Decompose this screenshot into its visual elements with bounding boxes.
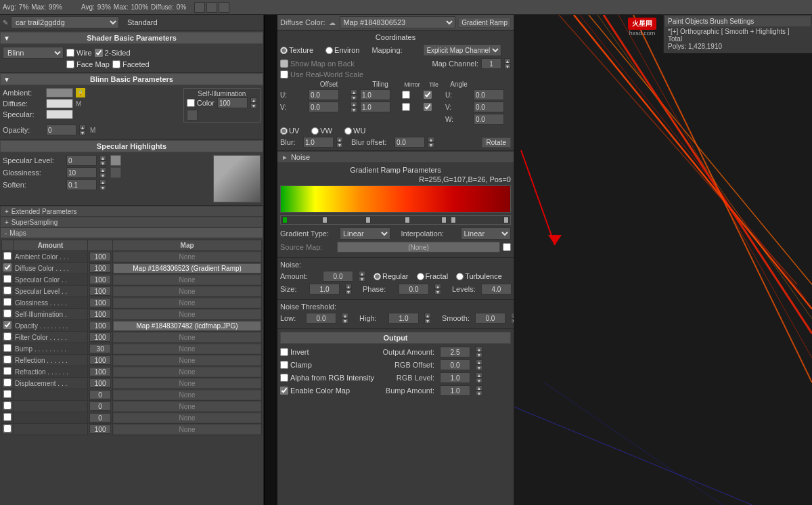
angle-v-input[interactable] [474,102,504,112]
map-btn-7[interactable]: None [113,332,261,343]
regular-radio[interactable] [374,273,381,280]
bump-amount-input[interactable] [440,385,470,396]
stop-4[interactable] [441,217,447,223]
wu-radio-label[interactable]: WU [344,127,365,135]
opacity-down[interactable]: ▼ [79,130,86,135]
enable-colormap-checkbox[interactable] [280,387,288,395]
realworld-checkbox-label[interactable]: Use Real-World Scale [280,70,363,79]
angle-u-input[interactable] [474,89,504,100]
map-amount-7[interactable] [89,332,111,342]
map-check-9[interactable] [3,355,12,364]
map-check-11[interactable] [3,378,12,387]
map-check-13[interactable] [3,401,12,410]
map-check-15[interactable] [3,424,12,433]
clamp-checkbox-label[interactable]: Clamp [280,361,375,369]
color-checkbox[interactable] [187,99,195,107]
blinn-basic-header[interactable]: ▼ Blinn Basic Parameters [0,73,263,85]
tile-v-checkbox[interactable] [424,103,432,111]
map-amount-6[interactable] [89,321,111,330]
opacity-up[interactable]: ▲ [79,125,86,130]
offset-v-input[interactable] [309,102,339,112]
facemap-checkbox-label[interactable]: Face Map [66,60,110,68]
map-amount-9[interactable] [89,355,111,365]
rotate-btn[interactable]: Rotate [482,137,511,148]
tiling-v-input[interactable] [360,102,390,112]
shader-type-dropdown[interactable]: Blinn [3,47,64,59]
angle-w-input[interactable] [474,114,504,125]
environ-radio[interactable] [325,47,333,54]
map-check-1[interactable] [3,263,12,271]
map-amount-5[interactable] [89,309,111,319]
gradient-type-dropdown[interactable]: Linear [340,227,390,240]
map-check-4[interactable] [3,298,12,306]
diffuse-swatch[interactable] [46,99,73,108]
soften-value[interactable] [66,179,97,190]
noise-amount-input[interactable] [323,271,353,282]
twosided-checkbox-label[interactable]: 2-Sided [95,49,131,57]
show-map-checkbox-label[interactable]: Show Map on Back [280,60,355,68]
noise-phase-input[interactable] [399,284,429,294]
stop-end[interactable] [503,217,509,223]
fractal-radio-label[interactable]: Fractal [417,272,449,280]
map-channel-input[interactable] [481,58,501,69]
map-btn-12[interactable]: None [113,390,261,400]
mirror-v-checkbox[interactable] [402,103,410,111]
color-checkbox-label[interactable]: Color [187,99,215,107]
output-header[interactable]: Output [280,332,511,344]
wu-radio[interactable] [344,127,352,135]
scroll-bar[interactable] [264,15,277,505]
map-btn-13[interactable]: None [113,401,261,412]
show-map-checkbox[interactable] [280,60,288,68]
spec-level-up[interactable]: ▲ [99,155,106,160]
mapping-dropdown[interactable]: Explicit Map Channel [423,44,501,56]
stop-1[interactable] [322,217,328,223]
map-amount-11[interactable] [89,378,111,388]
map-check-12[interactable] [3,390,12,398]
map-btn-5[interactable]: None [113,309,261,320]
enable-colormap-checkbox-label[interactable]: Enable Color Map [280,387,375,395]
diffuse-map-select[interactable]: Map #1848306523 [340,16,455,28]
stop-5[interactable] [451,217,456,223]
self-illum-up[interactable]: ▲ [250,97,257,103]
map-check-3[interactable] [3,286,12,294]
map-amount-1[interactable] [89,263,111,273]
map-amount-3[interactable] [89,286,111,296]
invert-checkbox[interactable] [280,348,288,356]
map-btn-14[interactable]: None [113,413,261,423]
spec-level-down[interactable]: ▼ [99,160,106,166]
faceted-checkbox[interactable] [112,60,120,68]
fractal-radio[interactable] [417,273,424,280]
vw-radio-label[interactable]: VW [311,127,332,135]
map-btn-9[interactable]: None [113,355,261,366]
map-check-10[interactable] [3,367,12,375]
map-amount-13[interactable] [89,401,111,411]
alpha-checkbox-label[interactable]: Alpha from RGB Intensity [280,374,375,382]
facemap-checkbox[interactable] [66,60,74,68]
extended-params-bar[interactable]: + Extended Parameters [0,206,263,217]
low-input[interactable] [306,313,336,324]
map-btn-6[interactable]: Map #1848307482 (lcdfmap.JPG) [113,321,261,331]
stop-green[interactable] [282,217,288,223]
uv-radio[interactable] [280,127,288,135]
stop-2[interactable] [365,217,371,223]
maps-bar[interactable]: - Maps [0,227,263,238]
environ-radio-label[interactable]: Environ [325,46,359,54]
map-check-2[interactable] [3,275,12,283]
map-amount-14[interactable] [89,413,111,422]
wire-checkbox-label[interactable]: Wire [66,49,92,57]
map-amount-2[interactable] [89,275,111,284]
tile-u-checkbox[interactable] [424,91,432,99]
invert-checkbox-label[interactable]: Invert [280,348,375,356]
map-check-5[interactable] [3,309,12,317]
self-illum-swatch[interactable] [187,110,198,120]
realworld-checkbox[interactable] [280,70,288,79]
map-check-7[interactable] [3,332,12,341]
map-btn-0[interactable]: None [113,252,261,262]
stop-3[interactable] [405,217,410,223]
map-check-0[interactable] [3,252,12,260]
opacity-value[interactable] [46,125,76,135]
spec-level-value[interactable] [66,155,97,166]
rgb-offset-input[interactable] [440,359,470,370]
texture-radio-label[interactable]: Texture [280,46,313,54]
gradient-bar[interactable] [280,185,511,213]
